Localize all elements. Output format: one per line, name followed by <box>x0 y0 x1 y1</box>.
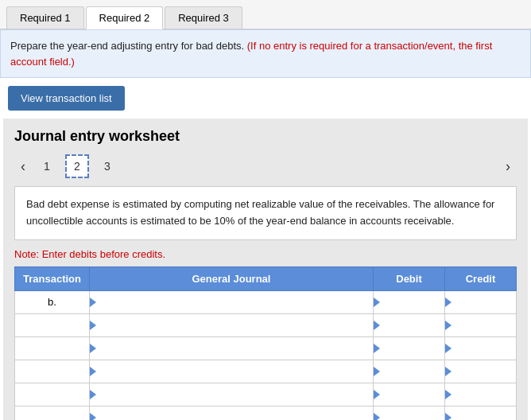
credit-input[interactable] <box>445 406 516 420</box>
journal-table: Transaction General Journal Debit Credit… <box>14 266 517 420</box>
credit-input[interactable] <box>445 337 516 360</box>
debit-credit-note: Note: Enter debits before credits. <box>14 248 517 260</box>
transaction-cell <box>15 360 90 383</box>
tri-indicator-icon <box>374 367 380 376</box>
debit-cell[interactable] <box>374 313 445 336</box>
general-journal-cell[interactable] <box>89 383 373 406</box>
tab-required1[interactable]: Required 1 <box>6 6 84 29</box>
table-row <box>15 360 517 383</box>
tri-indicator-icon <box>374 390 380 399</box>
debit-input[interactable] <box>374 314 444 336</box>
tri-indicator-icon <box>445 344 452 353</box>
tri-indicator-icon <box>90 321 96 330</box>
tri-indicator-icon <box>90 298 96 307</box>
instruction-main-text: Prepare the year-end adjusting entry for… <box>10 40 244 52</box>
tri-indicator-icon <box>374 413 380 420</box>
debit-input[interactable] <box>374 291 444 313</box>
tri-indicator-icon <box>374 298 380 307</box>
page-3[interactable]: 3 <box>95 154 119 178</box>
general-journal-input[interactable] <box>90 291 373 313</box>
debit-input[interactable] <box>374 337 444 360</box>
col-header-credit: Credit <box>445 266 517 290</box>
debit-input[interactable] <box>374 406 444 420</box>
table-row <box>15 336 517 360</box>
tri-indicator-icon <box>90 413 96 420</box>
nav-next-arrow[interactable]: › <box>499 157 517 177</box>
nav-prev-arrow[interactable]: ‹ <box>14 157 32 177</box>
credit-input[interactable] <box>445 360 516 383</box>
general-journal-cell[interactable] <box>89 336 373 360</box>
tri-indicator-icon <box>445 321 452 330</box>
tri-indicator-icon <box>445 413 452 420</box>
debit-cell[interactable] <box>374 406 445 420</box>
table-row: b. <box>15 290 517 313</box>
general-journal-input[interactable] <box>90 314 373 336</box>
debit-cell[interactable] <box>374 383 445 406</box>
general-journal-cell[interactable] <box>89 290 373 313</box>
transaction-cell <box>15 313 90 336</box>
description-box: Bad debt expense is estimated by computi… <box>14 186 517 240</box>
worksheet-title: Journal entry worksheet <box>14 128 517 145</box>
debit-input[interactable] <box>374 360 444 383</box>
table-row <box>15 406 517 420</box>
credit-cell[interactable] <box>445 383 517 406</box>
general-journal-cell[interactable] <box>89 313 373 336</box>
debit-input[interactable] <box>374 383 444 406</box>
tab-required2[interactable]: Required 2 <box>86 6 164 29</box>
general-journal-cell[interactable] <box>89 406 373 420</box>
credit-cell[interactable] <box>445 360 517 383</box>
worksheet-container: Journal entry worksheet ‹ 1 2 3 › Bad de… <box>3 119 528 420</box>
page-1[interactable]: 1 <box>35 154 59 178</box>
transaction-cell: b. <box>15 290 90 313</box>
debit-cell[interactable] <box>374 360 445 383</box>
credit-input[interactable] <box>445 314 516 336</box>
tri-indicator-icon <box>90 390 96 399</box>
credit-input[interactable] <box>445 291 516 313</box>
credit-input[interactable] <box>445 383 516 406</box>
instruction-banner: Prepare the year-end adjusting entry for… <box>0 29 531 78</box>
transaction-cell <box>15 336 90 360</box>
tri-indicator-icon <box>445 367 452 376</box>
page-navigator: ‹ 1 2 3 › <box>14 154 517 178</box>
tri-indicator-icon <box>90 367 96 376</box>
general-journal-input[interactable] <box>90 360 373 383</box>
general-journal-input[interactable] <box>90 337 373 360</box>
tri-indicator-icon <box>374 321 380 330</box>
credit-cell[interactable] <box>445 336 517 360</box>
tri-indicator-icon <box>445 298 452 307</box>
debit-cell[interactable] <box>374 290 445 313</box>
credit-cell[interactable] <box>445 313 517 336</box>
table-row <box>15 383 517 406</box>
page-2[interactable]: 2 <box>65 154 89 178</box>
debit-cell[interactable] <box>374 336 445 360</box>
general-journal-input[interactable] <box>90 383 373 406</box>
general-journal-cell[interactable] <box>89 360 373 383</box>
general-journal-input[interactable] <box>90 406 373 420</box>
transaction-cell <box>15 406 90 420</box>
credit-cell[interactable] <box>445 290 517 313</box>
credit-cell[interactable] <box>445 406 517 420</box>
table-row <box>15 313 517 336</box>
col-header-debit: Debit <box>374 266 445 290</box>
col-header-general-journal: General Journal <box>89 266 373 290</box>
tab-required3[interactable]: Required 3 <box>165 6 242 29</box>
tri-indicator-icon <box>374 344 380 353</box>
tab-bar: Required 1 Required 2 Required 3 <box>0 0 531 29</box>
view-transaction-button[interactable]: View transaction list <box>8 86 125 111</box>
tri-indicator-icon <box>445 390 452 399</box>
transaction-cell <box>15 383 90 406</box>
col-header-transaction: Transaction <box>15 266 90 290</box>
tri-indicator-icon <box>90 344 96 353</box>
